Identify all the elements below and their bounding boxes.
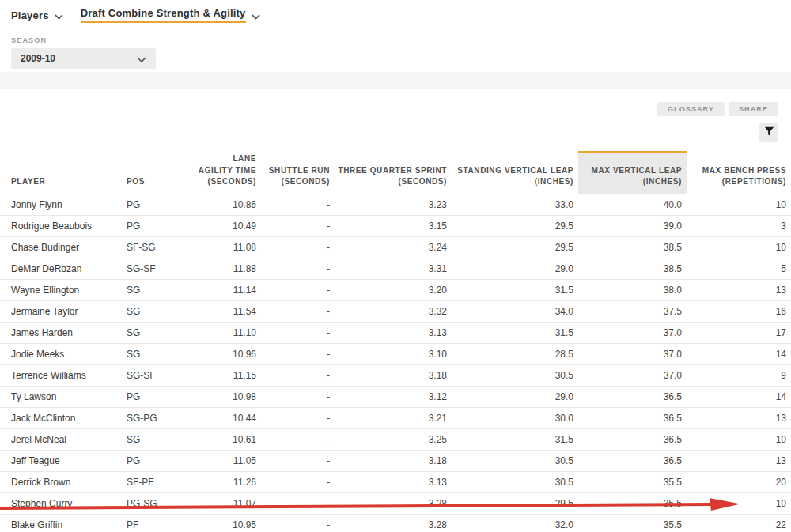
three-quarter-sprint-cell: 3.28 — [335, 492, 452, 514]
max-bench-press-cell: 17 — [687, 322, 791, 343]
max-vertical-leap-cell: 35.5 — [578, 492, 687, 514]
column-label: LANE AGILITY TIME — [198, 153, 256, 176]
three-quarter-sprint-cell: 3.20 — [335, 279, 452, 300]
table-row: Jeff TeaguePG11.05-3.1830.536.513 — [0, 450, 791, 471]
player-name-cell[interactable]: Blake Griffin — [0, 514, 127, 532]
lane-agility-time-cell: 11.07 — [198, 492, 261, 514]
max-vertical-leap-cell: 37.0 — [578, 322, 687, 343]
shuttle-run-cell: - — [261, 514, 335, 532]
player-name-cell[interactable]: Jonny Flynn — [0, 194, 127, 215]
max-bench-press-cell: 16 — [687, 300, 791, 322]
shuttle-run-cell: - — [261, 407, 335, 428]
column-header-pos[interactable]: POS — [127, 153, 198, 194]
standing-vertical-leap-cell: 30.5 — [452, 364, 578, 386]
player-name-cell[interactable]: Rodrigue Beaubois — [0, 215, 127, 236]
pos-cell: SG-SF — [127, 258, 198, 279]
max-bench-press-cell: 5 — [687, 258, 791, 279]
pos-cell: SG — [127, 322, 198, 343]
pos-cell: PF — [127, 514, 198, 532]
header-section: Players Draft Combine Strength & Agility… — [0, 0, 791, 72]
standing-vertical-leap-cell: 31.5 — [452, 322, 578, 343]
filter-button[interactable] — [759, 123, 778, 142]
max-bench-press-cell: 10 — [687, 194, 791, 215]
table-row: Blake GriffinPF10.95-3.2832.035.522 — [0, 514, 791, 532]
standing-vertical-leap-cell: 33.0 — [452, 194, 578, 215]
season-selected-value: 2009-10 — [21, 53, 55, 64]
lane-agility-time-cell: 10.95 — [198, 514, 261, 532]
player-name-cell[interactable]: Jermaine Taylor — [0, 300, 127, 322]
glossary-button[interactable]: GLOSSARY — [657, 102, 725, 116]
max-bench-press-cell: 14 — [687, 343, 791, 364]
chevron-down-icon — [55, 9, 63, 23]
player-name-cell[interactable]: Derrick Brown — [0, 471, 127, 492]
max-vertical-leap-cell: 39.0 — [578, 215, 687, 236]
player-name-cell[interactable]: Chase Budinger — [0, 236, 127, 258]
pos-cell: SF-SG — [127, 236, 198, 258]
three-quarter-sprint-cell: 3.25 — [335, 428, 452, 450]
pos-cell: PG — [127, 450, 198, 471]
chevron-down-icon — [137, 52, 146, 66]
table-row: James HardenSG11.10-3.1331.537.017 — [0, 322, 791, 343]
shuttle-run-cell: - — [261, 450, 335, 471]
max-vertical-leap-cell: 38.5 — [578, 236, 687, 258]
pos-cell: SF-PF — [127, 471, 198, 492]
three-quarter-sprint-cell: 3.24 — [335, 236, 452, 258]
nav-players-dropdown[interactable]: Players — [11, 7, 63, 23]
column-header-standing-vertical-leap[interactable]: STANDING VERTICAL LEAP(INCHES) — [452, 153, 578, 194]
pos-cell: PG — [127, 194, 198, 215]
max-vertical-leap-cell: 35.5 — [578, 514, 687, 532]
column-unit: (INCHES) — [452, 176, 573, 188]
column-header-player[interactable]: PLAYER — [0, 153, 127, 194]
max-bench-press-cell: 13 — [687, 279, 791, 300]
table-row: Ty LawsonPG10.98-3.1229.036.514 — [0, 386, 791, 407]
three-quarter-sprint-cell: 3.13 — [335, 471, 452, 492]
lane-agility-time-cell: 11.14 — [198, 279, 261, 300]
player-name-cell[interactable]: DeMar DeRozan — [0, 258, 127, 279]
column-label: THREE QUARTER SPRINT — [335, 165, 447, 177]
three-quarter-sprint-cell: 3.28 — [335, 514, 452, 532]
season-select[interactable]: 2009-10 — [11, 48, 156, 69]
three-quarter-sprint-cell: 3.15 — [335, 215, 452, 236]
player-name-cell[interactable]: Wayne Ellington — [0, 279, 127, 300]
player-name-cell[interactable]: Jack McClinton — [0, 407, 127, 428]
player-name-cell[interactable]: Jeff Teague — [0, 450, 127, 471]
standing-vertical-leap-cell: 29.0 — [452, 258, 578, 279]
max-vertical-leap-cell: 36.5 — [578, 386, 687, 407]
player-name-cell[interactable]: Terrence Williams — [0, 364, 127, 386]
column-header-lane-agility-time[interactable]: LANE AGILITY TIME(SECONDS) — [198, 153, 261, 194]
lane-agility-time-cell: 10.44 — [198, 407, 261, 428]
lane-agility-time-cell: 10.49 — [198, 215, 261, 236]
shuttle-run-cell: - — [261, 236, 335, 258]
column-label: STANDING VERTICAL LEAP — [452, 165, 573, 177]
player-name-cell[interactable]: Jodie Meeks — [0, 343, 127, 364]
column-unit: (SECONDS) — [261, 176, 330, 188]
pos-cell: SG-SF — [127, 364, 198, 386]
player-name-cell[interactable]: James Harden — [0, 322, 127, 343]
table-row: Jerel McNealSG10.61-3.2531.536.510 — [0, 428, 791, 450]
max-vertical-leap-cell: 35.5 — [578, 471, 687, 492]
standing-vertical-leap-cell: 30.5 — [452, 471, 578, 492]
nav-page-dropdown[interactable]: Draft Combine Strength & Agility — [81, 7, 260, 23]
lane-agility-time-cell: 11.15 — [198, 364, 261, 386]
standing-vertical-leap-cell: 30.5 — [452, 450, 578, 471]
chevron-down-icon — [252, 9, 260, 23]
player-name-cell[interactable]: Jerel McNeal — [0, 428, 127, 450]
table-row: Derrick BrownSF-PF11.26-3.1330.535.520 — [0, 471, 791, 492]
lane-agility-time-cell: 10.61 — [198, 428, 261, 450]
standing-vertical-leap-cell: 34.0 — [452, 300, 578, 322]
column-header-max-bench-press[interactable]: MAX BENCH PRESS(REPETITIONS) — [687, 153, 791, 194]
column-header-max-vertical-leap[interactable]: MAX VERTICAL LEAP(INCHES) — [578, 153, 687, 194]
three-quarter-sprint-cell: 3.32 — [335, 300, 452, 322]
player-name-cell[interactable]: Stephen Curry — [0, 492, 127, 514]
column-header-shuttle-run[interactable]: SHUTTLE RUN(SECONDS) — [261, 153, 335, 194]
max-bench-press-cell: 10 — [687, 236, 791, 258]
column-header-three-quarter-sprint[interactable]: THREE QUARTER SPRINT(SECONDS) — [335, 153, 452, 194]
pos-cell: SG-PG — [127, 407, 198, 428]
table-row: Rodrigue BeauboisPG10.49-3.1529.539.03 — [0, 215, 791, 236]
three-quarter-sprint-cell: 3.31 — [335, 258, 452, 279]
max-bench-press-cell: 10 — [687, 492, 791, 514]
three-quarter-sprint-cell: 3.21 — [335, 407, 452, 428]
standing-vertical-leap-cell: 29.0 — [452, 386, 578, 407]
share-button[interactable]: SHARE — [729, 102, 778, 116]
player-name-cell[interactable]: Ty Lawson — [0, 386, 127, 407]
